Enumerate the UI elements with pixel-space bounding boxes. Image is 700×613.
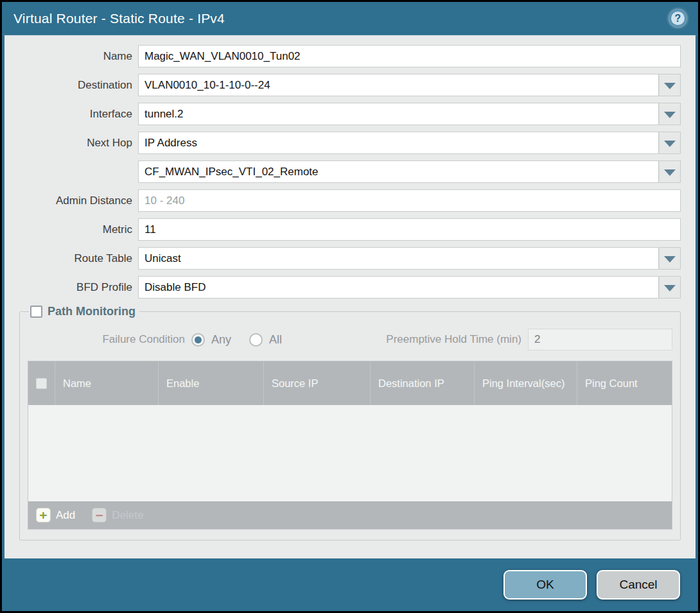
chevron-down-icon bbox=[664, 169, 676, 176]
bfd-profile-label: BFD Profile bbox=[19, 281, 138, 294]
column-header-destination-ip[interactable]: Destination IP bbox=[371, 361, 475, 405]
delete-button[interactable]: − Delete bbox=[92, 508, 143, 522]
path-monitoring-legend: Path Monitoring bbox=[29, 305, 139, 318]
radio-any[interactable]: Any bbox=[191, 333, 231, 347]
next-hop-address-dropdown-button[interactable] bbox=[659, 160, 681, 183]
metric-input[interactable] bbox=[138, 218, 681, 241]
radio-any-circle bbox=[191, 333, 205, 347]
route-table-input[interactable] bbox=[138, 247, 659, 270]
column-header-enable[interactable]: Enable bbox=[159, 361, 264, 405]
admin-distance-input[interactable] bbox=[138, 189, 681, 212]
path-monitoring-title: Path Monitoring bbox=[48, 305, 136, 318]
admin-distance-label: Admin Distance bbox=[19, 194, 138, 207]
form-row-next-hop: Next Hop bbox=[19, 132, 681, 154]
metric-label: Metric bbox=[19, 223, 138, 236]
table-body-empty bbox=[28, 405, 672, 501]
preemptive-hold-time-group: Preemptive Hold Time (min) bbox=[386, 329, 672, 350]
form-row-next-hop-address bbox=[19, 160, 681, 183]
form-row-metric: Metric bbox=[19, 218, 681, 241]
select-all-checkbox[interactable] bbox=[36, 378, 47, 389]
radio-selected-dot bbox=[195, 336, 202, 343]
form-row-destination: Destination bbox=[19, 74, 681, 96]
radio-all-label: All bbox=[269, 333, 282, 347]
add-button-label: Add bbox=[56, 509, 75, 522]
path-monitoring-section: Path Monitoring Failure Condition Any Al… bbox=[19, 305, 681, 540]
destination-input[interactable] bbox=[138, 74, 659, 96]
help-icon[interactable]: ? bbox=[669, 10, 687, 27]
next-hop-label: Next Hop bbox=[19, 137, 138, 150]
table-toolbar: + Add − Delete bbox=[28, 501, 672, 529]
chevron-down-icon bbox=[664, 83, 676, 89]
form-row-name: Name bbox=[19, 45, 681, 67]
form-row-interface: Interface bbox=[19, 103, 681, 125]
next-hop-type-input[interactable] bbox=[138, 132, 659, 154]
next-hop-address-input[interactable] bbox=[138, 160, 659, 183]
column-header-source-ip[interactable]: Source IP bbox=[264, 361, 371, 405]
name-label: Name bbox=[19, 50, 138, 63]
form-row-route-table: Route Table bbox=[19, 247, 681, 270]
failure-condition-radio-group: Any All bbox=[191, 333, 282, 347]
interface-label: Interface bbox=[19, 108, 138, 121]
dialog-titlebar: Virtual Router - Static Route - IPv4 ? bbox=[2, 2, 698, 35]
form-row-bfd-profile: BFD Profile bbox=[19, 276, 681, 298]
chevron-down-icon bbox=[664, 285, 676, 291]
add-button[interactable]: + Add bbox=[36, 508, 75, 522]
next-hop-type-dropdown-button[interactable] bbox=[659, 132, 681, 154]
table-header-row: Name Enable Source IP Destination IP Pin… bbox=[28, 361, 672, 405]
dialog-title: Virtual Router - Static Route - IPv4 bbox=[13, 11, 225, 26]
radio-all[interactable]: All bbox=[249, 333, 282, 347]
failure-condition-row: Failure Condition Any All Preemptive Hol… bbox=[28, 329, 672, 350]
chevron-down-icon bbox=[664, 112, 676, 118]
ok-button[interactable]: OK bbox=[503, 570, 587, 600]
bfd-profile-dropdown-button[interactable] bbox=[659, 276, 681, 298]
route-table-label: Route Table bbox=[19, 252, 138, 265]
radio-all-circle bbox=[249, 333, 263, 347]
path-monitoring-table: Name Enable Source IP Destination IP Pin… bbox=[28, 361, 672, 530]
interface-input[interactable] bbox=[138, 103, 659, 125]
destination-label: Destination bbox=[19, 79, 138, 92]
path-monitoring-checkbox[interactable] bbox=[30, 306, 42, 318]
failure-condition-label: Failure Condition bbox=[28, 333, 191, 346]
table-header-select-all bbox=[28, 361, 55, 405]
name-input[interactable] bbox=[138, 45, 681, 67]
chevron-down-icon bbox=[664, 256, 676, 263]
static-route-dialog: Virtual Router - Static Route - IPv4 ? N… bbox=[2, 2, 698, 611]
delete-minus-icon: − bbox=[92, 508, 107, 522]
dialog-footer: OK Cancel bbox=[2, 558, 698, 611]
cancel-button[interactable]: Cancel bbox=[597, 570, 680, 600]
dialog-body: Name Destination Interface Next Hop bbox=[4, 35, 696, 558]
preemptive-hold-time-input[interactable] bbox=[528, 329, 672, 350]
preemptive-hold-time-label: Preemptive Hold Time (min) bbox=[386, 333, 528, 346]
interface-dropdown-button[interactable] bbox=[659, 103, 681, 125]
route-table-dropdown-button[interactable] bbox=[659, 247, 681, 270]
bfd-profile-input[interactable] bbox=[138, 276, 659, 298]
column-header-ping-interval[interactable]: Ping Interval(sec) bbox=[475, 361, 577, 405]
column-header-name[interactable]: Name bbox=[55, 361, 159, 405]
delete-button-label: Delete bbox=[112, 509, 143, 522]
chevron-down-icon bbox=[664, 141, 676, 147]
add-plus-icon: + bbox=[36, 508, 51, 522]
destination-dropdown-button[interactable] bbox=[659, 74, 681, 96]
column-header-ping-count[interactable]: Ping Count bbox=[577, 361, 672, 405]
form-row-admin-distance: Admin Distance bbox=[19, 189, 681, 212]
radio-any-label: Any bbox=[211, 333, 231, 347]
